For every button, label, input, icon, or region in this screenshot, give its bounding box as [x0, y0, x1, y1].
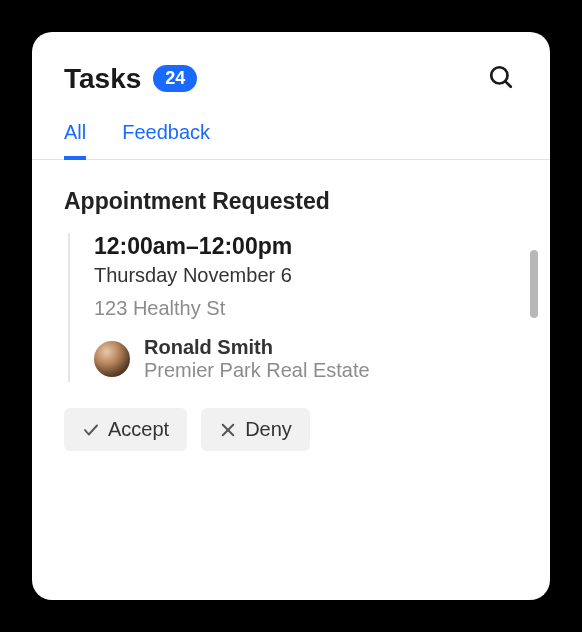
accept-button[interactable]: Accept	[64, 408, 187, 451]
appointment-date: Thursday November 6	[94, 264, 518, 287]
action-buttons: Accept Deny	[64, 408, 518, 451]
search-button[interactable]	[484, 60, 518, 97]
svg-line-1	[505, 81, 510, 86]
avatar	[94, 341, 130, 377]
page-title: Tasks	[64, 63, 141, 95]
tab-all[interactable]: All	[64, 121, 86, 160]
requester-org: Premier Park Real Estate	[144, 359, 370, 382]
tabs: All Feedback	[32, 121, 550, 160]
content: Appointment Requested 12:00am–12:00pm Th…	[32, 160, 550, 451]
requester-info: Ronald Smith Premier Park Real Estate	[144, 336, 370, 382]
x-icon	[219, 421, 237, 439]
appointment-address: 123 Healthy St	[94, 297, 518, 320]
scrollbar-thumb[interactable]	[530, 250, 538, 318]
deny-button[interactable]: Deny	[201, 408, 310, 451]
requester-name: Ronald Smith	[144, 336, 370, 359]
tasks-card: Tasks 24 All Feedback Appointment Reques…	[32, 32, 550, 600]
title-wrap: Tasks 24	[64, 63, 197, 95]
deny-label: Deny	[245, 418, 292, 441]
requester: Ronald Smith Premier Park Real Estate	[94, 336, 518, 382]
header: Tasks 24	[32, 60, 550, 97]
check-icon	[82, 421, 100, 439]
appointment-time: 12:00am–12:00pm	[94, 233, 518, 260]
search-icon	[488, 64, 514, 90]
section-title: Appointment Requested	[64, 188, 518, 215]
count-badge: 24	[153, 65, 197, 93]
appointment-item: 12:00am–12:00pm Thursday November 6 123 …	[68, 233, 518, 382]
tab-feedback[interactable]: Feedback	[122, 121, 210, 160]
accept-label: Accept	[108, 418, 169, 441]
